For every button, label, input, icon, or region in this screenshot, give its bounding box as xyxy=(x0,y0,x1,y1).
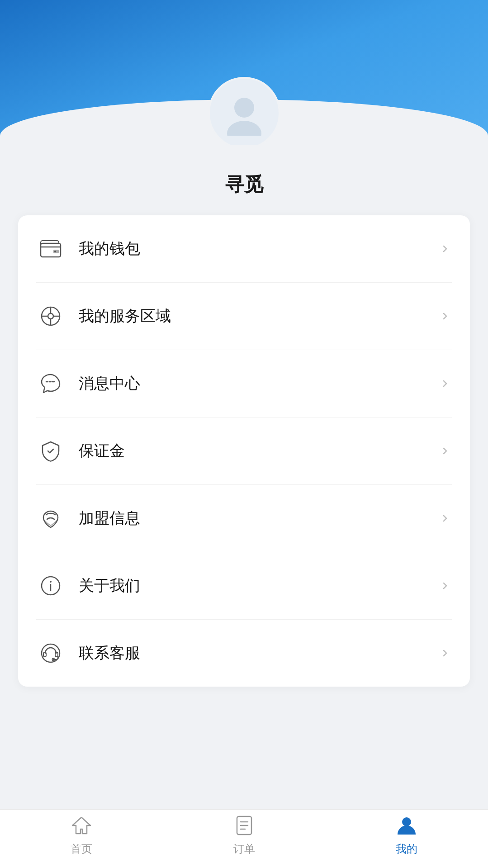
deposit-arrow xyxy=(438,444,452,458)
home-tab-icon xyxy=(69,813,94,838)
customer-service-label: 联系客服 xyxy=(79,643,438,664)
menu-item-customer-service[interactable]: 联系客服 xyxy=(36,620,452,687)
svg-point-4 xyxy=(54,251,56,252)
wallet-icon xyxy=(36,234,65,263)
orders-tab-icon xyxy=(232,813,257,838)
message-arrow xyxy=(438,377,452,390)
menu-item-service-area[interactable]: 我的服务区域 xyxy=(36,283,452,350)
svg-point-12 xyxy=(50,581,52,583)
customer-service-icon xyxy=(36,639,65,668)
menu-item-franchise[interactable]: 加盟信息 xyxy=(36,485,452,552)
franchise-arrow xyxy=(438,512,452,525)
about-label: 关于我们 xyxy=(79,575,438,596)
about-arrow xyxy=(438,579,452,593)
service-area-label: 我的服务区域 xyxy=(79,306,438,327)
tab-mine-label: 我的 xyxy=(396,842,417,856)
menu-item-deposit[interactable]: 保证金 xyxy=(36,417,452,485)
franchise-label: 加盟信息 xyxy=(79,508,438,529)
service-area-arrow xyxy=(438,309,452,323)
tab-orders[interactable]: 订单 xyxy=(163,813,326,856)
message-icon xyxy=(36,369,65,398)
header-background xyxy=(0,0,488,145)
tab-bar: 首页 订单 我的 xyxy=(0,809,488,868)
menu-item-about[interactable]: 关于我们 xyxy=(36,552,452,620)
svg-point-6 xyxy=(48,313,53,319)
svg-point-1 xyxy=(227,121,261,136)
message-label: 消息中心 xyxy=(79,373,438,394)
service-area-icon xyxy=(36,302,65,331)
avatar xyxy=(208,77,280,145)
menu-card: 我的钱包 我的服务区域 xyxy=(18,215,470,687)
menu-item-wallet[interactable]: 我的钱包 xyxy=(36,215,452,283)
franchise-icon xyxy=(36,504,65,533)
page-title: 寻觅 xyxy=(0,172,488,197)
tab-home-label: 首页 xyxy=(71,842,92,856)
about-icon xyxy=(36,571,65,600)
svg-point-22 xyxy=(402,817,411,826)
mine-tab-icon xyxy=(394,813,419,838)
wallet-label: 我的钱包 xyxy=(79,238,438,259)
deposit-label: 保证金 xyxy=(79,441,438,461)
svg-point-0 xyxy=(234,98,254,118)
menu-item-message[interactable]: 消息中心 xyxy=(36,350,452,417)
wallet-arrow xyxy=(438,242,452,256)
tab-mine[interactable]: 我的 xyxy=(325,813,488,856)
customer-service-arrow xyxy=(438,646,452,660)
tab-home[interactable]: 首页 xyxy=(0,813,163,856)
tab-orders-label: 订单 xyxy=(233,842,255,856)
deposit-icon xyxy=(36,436,65,465)
